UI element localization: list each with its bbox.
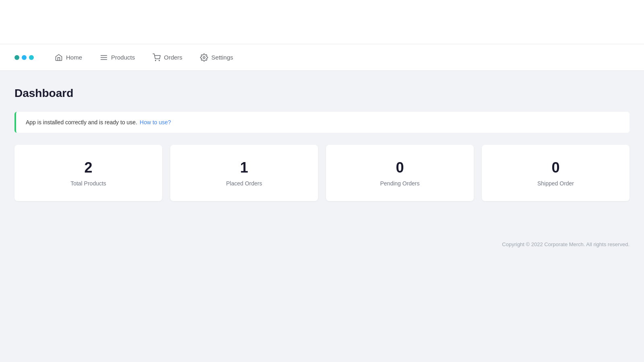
settings-label: Settings <box>211 54 233 61</box>
placed-orders-label: Placed Orders <box>226 180 262 187</box>
brand-dots <box>14 55 34 60</box>
orders-label: Orders <box>164 54 182 61</box>
home-icon <box>55 53 63 62</box>
footer: Copyright © 2022 Corporate Merch. All ri… <box>0 233 644 255</box>
stat-card-shipped-order: 0 Shipped Order <box>482 145 630 201</box>
alert-message: App is installed correctly and is ready … <box>26 119 137 125</box>
pending-orders-label: Pending Orders <box>380 180 419 187</box>
total-products-label: Total Products <box>70 180 106 187</box>
page-title: Dashboard <box>14 87 630 100</box>
settings-icon <box>200 53 208 62</box>
copyright-text: Copyright © 2022 Corporate Merch. All ri… <box>502 241 630 247</box>
orders-icon <box>153 53 161 62</box>
svg-point-3 <box>155 60 156 61</box>
shipped-order-label: Shipped Order <box>537 180 574 187</box>
stat-card-placed-orders: 1 Placed Orders <box>170 145 318 201</box>
dot-1 <box>14 55 19 60</box>
svg-point-4 <box>159 60 160 61</box>
nav-home[interactable]: Home <box>54 52 83 63</box>
main-content: Dashboard App is installed correctly and… <box>0 71 644 233</box>
products-icon <box>100 53 108 62</box>
nav-settings[interactable]: Settings <box>199 52 234 63</box>
pending-orders-value: 0 <box>396 159 404 176</box>
svg-point-5 <box>203 56 205 58</box>
shipped-order-value: 0 <box>551 159 559 176</box>
stats-grid: 2 Total Products 1 Placed Orders 0 Pendi… <box>14 145 630 201</box>
stat-card-pending-orders: 0 Pending Orders <box>326 145 474 201</box>
dot-3 <box>29 55 34 60</box>
products-label: Products <box>111 54 135 61</box>
dot-2 <box>22 55 27 60</box>
home-label: Home <box>66 54 82 61</box>
navbar: Home Products Orders Se <box>0 44 644 71</box>
stat-card-total-products: 2 Total Products <box>14 145 162 201</box>
placed-orders-value: 1 <box>240 159 248 176</box>
alert-banner: App is installed correctly and is ready … <box>14 112 630 133</box>
total-products-value: 2 <box>84 159 92 176</box>
how-to-use-link[interactable]: How to use? <box>140 119 171 125</box>
nav-orders[interactable]: Orders <box>152 52 183 63</box>
top-bar <box>0 0 644 44</box>
nav-products[interactable]: Products <box>99 52 136 63</box>
